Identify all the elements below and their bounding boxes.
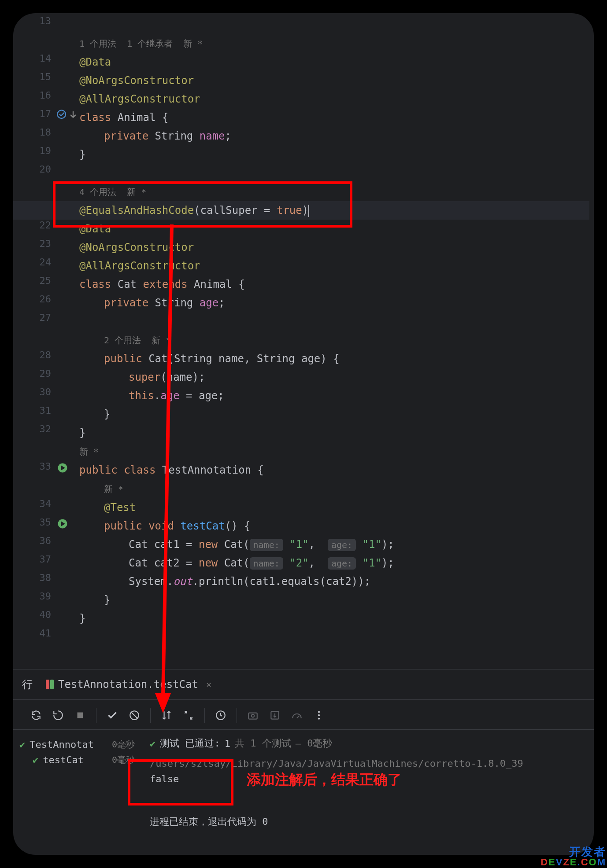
line-number: 23 (40, 238, 52, 249)
svg-point-10 (252, 714, 255, 717)
check-icon: ✔ (19, 739, 25, 750)
inlay-hint: 新 * (79, 442, 589, 461)
test-tree[interactable]: ✔ TestAnnotat 0毫秒 ✔ testCat 0毫秒 (13, 731, 145, 855)
import-button[interactable] (265, 706, 285, 725)
line-number: 25 (40, 275, 52, 286)
check-icon: ✔ (33, 754, 38, 765)
line-number: 39 (40, 591, 52, 602)
code-line: } (79, 423, 589, 442)
svg-rect-9 (248, 713, 257, 719)
watermark: 开发者 DEVZE.COM (540, 846, 606, 867)
line-number: 38 (40, 572, 52, 583)
gutter: 13 14 15 16 17 18 19 20 21 22 23 24 25 2… (13, 13, 57, 665)
line-number: 19 (40, 145, 52, 156)
show-ignored-button[interactable] (125, 706, 144, 725)
line-number: 13 (40, 15, 52, 26)
code-line: class Cat extends Animal { (79, 275, 589, 294)
run-tab[interactable]: TestAnnotation.testCat × (46, 678, 211, 691)
stop-button[interactable] (70, 706, 90, 725)
svg-point-0 (57, 110, 66, 118)
test-status: ✔ 测试 已通过: 1共 1 个测试 – 0毫秒 (150, 737, 589, 750)
line-number: 22 (40, 220, 52, 231)
test-root-item[interactable]: ✔ TestAnnotat 0毫秒 (13, 737, 145, 752)
run-test-icon[interactable] (56, 518, 69, 530)
inlay-hint: 1 个用法 1 个继承者 新 * (79, 34, 589, 53)
run-test-icon[interactable] (56, 462, 69, 474)
code-line: public class TestAnnotation { (79, 461, 589, 479)
line-number: 37 (40, 554, 52, 565)
sort-button[interactable] (157, 706, 176, 725)
rerun-failed-button[interactable] (48, 706, 68, 725)
line-number: 36 (40, 535, 52, 546)
line-number: 28 (40, 349, 52, 360)
code-line: @AllArgsConstructor (79, 257, 589, 275)
code-line: @AllArgsConstructor (79, 90, 589, 108)
code-line: System.out.println(cat1.equals(cat2)); (79, 572, 589, 591)
code-line: private String name; (79, 127, 589, 145)
expand-button[interactable] (179, 706, 198, 725)
code-line: } (79, 609, 589, 628)
line-number: 34 (40, 498, 52, 509)
history-button[interactable] (211, 706, 230, 725)
line-number: 29 (40, 368, 52, 379)
line-number: 40 (40, 609, 52, 620)
line-number: 27 (40, 312, 52, 323)
svg-point-13 (318, 714, 320, 716)
test-results: ✔ TestAnnotat 0毫秒 ✔ testCat 0毫秒 ✔ 测试 已通过… (13, 731, 594, 855)
code-line: @NoArgsConstructor (79, 71, 589, 90)
code-line: Cat cat2 = new Cat(name: "2", age: "1"); (79, 554, 589, 572)
line-number: 16 (40, 90, 52, 101)
override-down-icon[interactable] (67, 109, 79, 121)
diff-icon (46, 680, 54, 689)
line-number: 20 (40, 164, 52, 175)
code-line: } (79, 145, 589, 164)
check-icon: ✔ (150, 738, 155, 749)
line-number: 33 (40, 461, 52, 472)
exit-message: 进程已结束，退出代码为 0 (150, 815, 589, 828)
run-tool-tabbar: 行 TestAnnotation.testCat × (13, 669, 594, 700)
profiler-button[interactable] (287, 706, 307, 725)
svg-line-7 (131, 712, 137, 718)
line-number: 31 (40, 405, 52, 416)
line-number: 17 (40, 108, 52, 119)
screenshot-button[interactable] (243, 706, 263, 725)
rerun-button[interactable] (26, 706, 46, 725)
test-child-item[interactable]: ✔ testCat 0毫秒 (13, 752, 145, 768)
svg-rect-5 (78, 712, 83, 718)
code-line: this.age = age; (79, 386, 589, 405)
line-number: 14 (40, 53, 52, 64)
code-line: class Animal { (79, 108, 589, 127)
line-number: 24 (40, 257, 52, 268)
svg-point-14 (318, 717, 320, 719)
run-label: 行 (22, 677, 33, 691)
line-number: 32 (40, 423, 52, 434)
svg-point-12 (318, 711, 320, 713)
annotation-text: 添加注解后，结果正确了 (247, 770, 402, 790)
code-line: } (79, 591, 589, 609)
code-editor[interactable]: 13 14 15 16 17 18 19 20 21 22 23 24 25 2… (13, 13, 594, 665)
line-number: 26 (40, 294, 52, 305)
line-number: 30 (40, 386, 52, 397)
line-number: 35 (40, 517, 52, 528)
highlight-box-output (128, 759, 233, 805)
code-line: public Cat(String name, String age) { (79, 349, 589, 368)
code-line: Cat cat1 = new Cat(name: "1", age: "1"); (79, 535, 589, 554)
code-line: @Data (79, 53, 589, 71)
code-line: @Test (79, 498, 589, 517)
inlay-hint: 2 个用法 新 * (79, 331, 589, 349)
code-line: private String age; (79, 294, 589, 312)
line-number: 15 (40, 71, 52, 82)
tab-title: TestAnnotation.testCat (58, 678, 198, 691)
line-number: 41 (40, 628, 52, 639)
inlay-hint: 新 * (79, 480, 589, 498)
code-line: public void testCat() { (79, 517, 589, 535)
line-number: 18 (40, 127, 52, 138)
code-line: } (79, 405, 589, 423)
test-toolbar (13, 701, 594, 730)
close-icon[interactable]: × (206, 679, 211, 690)
highlight-box (53, 181, 352, 228)
code-line: super(name); (79, 368, 589, 386)
show-passed-button[interactable] (103, 706, 122, 725)
code-line: @NoArgsConstructor (79, 238, 589, 257)
more-button[interactable] (309, 706, 329, 725)
